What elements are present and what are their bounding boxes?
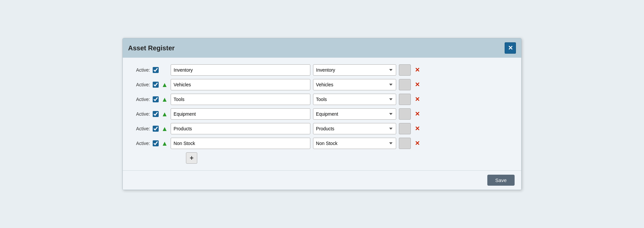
- dialog-title: Asset Register: [128, 44, 175, 52]
- dialog-header: Asset Register ✕: [123, 38, 521, 58]
- active-label: Active:: [136, 111, 150, 117]
- name-input[interactable]: [171, 138, 310, 149]
- delete-button[interactable]: ✕: [413, 81, 421, 88]
- name-input[interactable]: [171, 79, 310, 90]
- add-row-button[interactable]: +: [186, 152, 197, 164]
- active-checkbox[interactable]: [153, 126, 159, 132]
- color-swatch[interactable]: [399, 94, 411, 105]
- delete-button[interactable]: ✕: [413, 140, 421, 147]
- type-select[interactable]: InventoryVehiclesToolsEquipmentProductsN…: [313, 123, 396, 134]
- active-label: Active:: [136, 141, 150, 146]
- asset-register-dialog: Asset Register ✕ Active:InventoryVehicle…: [122, 38, 522, 190]
- active-label: Active:: [136, 126, 150, 131]
- delete-button[interactable]: ✕: [413, 96, 421, 103]
- name-input[interactable]: [171, 94, 310, 105]
- type-select[interactable]: InventoryVehiclesToolsEquipmentProductsN…: [313, 79, 396, 90]
- name-input[interactable]: [171, 108, 310, 120]
- delete-button[interactable]: ✕: [413, 125, 421, 132]
- name-input[interactable]: [171, 64, 310, 76]
- delete-button[interactable]: ✕: [413, 110, 421, 118]
- active-checkbox[interactable]: [153, 111, 159, 117]
- table-row: Active:▲InventoryVehiclesToolsEquipmentP…: [136, 123, 508, 134]
- active-checkbox[interactable]: [153, 96, 159, 102]
- table-row: Active:▲InventoryVehiclesToolsEquipmentP…: [136, 138, 508, 149]
- table-row: Active:▲InventoryVehiclesToolsEquipmentP…: [136, 94, 508, 105]
- active-label: Active:: [136, 97, 150, 102]
- active-label: Active:: [136, 82, 150, 87]
- type-select[interactable]: InventoryVehiclesToolsEquipmentProductsN…: [313, 64, 396, 76]
- color-swatch[interactable]: [399, 108, 411, 120]
- move-up-icon[interactable]: ▲: [161, 111, 168, 117]
- table-row: Active:InventoryVehiclesToolsEquipmentPr…: [136, 64, 508, 76]
- rows-container: Active:InventoryVehiclesToolsEquipmentPr…: [136, 64, 508, 149]
- move-up-icon[interactable]: ▲: [161, 140, 168, 147]
- active-checkbox[interactable]: [153, 82, 159, 88]
- type-select[interactable]: InventoryVehiclesToolsEquipmentProductsN…: [313, 94, 396, 105]
- name-input[interactable]: [171, 123, 310, 134]
- color-swatch[interactable]: [399, 138, 411, 149]
- delete-button[interactable]: ✕: [413, 66, 421, 74]
- close-button[interactable]: ✕: [505, 42, 516, 54]
- move-up-icon[interactable]: ▲: [161, 125, 168, 132]
- table-row: Active:▲InventoryVehiclesToolsEquipmentP…: [136, 79, 508, 90]
- active-checkbox[interactable]: [153, 67, 159, 73]
- type-select[interactable]: InventoryVehiclesToolsEquipmentProductsN…: [313, 138, 396, 149]
- move-up-icon[interactable]: ▲: [161, 96, 168, 103]
- active-checkbox[interactable]: [153, 140, 159, 146]
- table-row: Active:▲InventoryVehiclesToolsEquipmentP…: [136, 108, 508, 120]
- save-button[interactable]: Save: [487, 175, 515, 186]
- type-select[interactable]: InventoryVehiclesToolsEquipmentProductsN…: [313, 108, 396, 120]
- dialog-body: Active:InventoryVehiclesToolsEquipmentPr…: [123, 58, 521, 170]
- color-swatch[interactable]: [399, 79, 411, 90]
- color-swatch[interactable]: [399, 123, 411, 134]
- active-label: Active:: [136, 67, 150, 73]
- dialog-footer: Save: [123, 170, 521, 190]
- color-swatch[interactable]: [399, 64, 411, 76]
- move-up-icon[interactable]: ▲: [161, 81, 168, 88]
